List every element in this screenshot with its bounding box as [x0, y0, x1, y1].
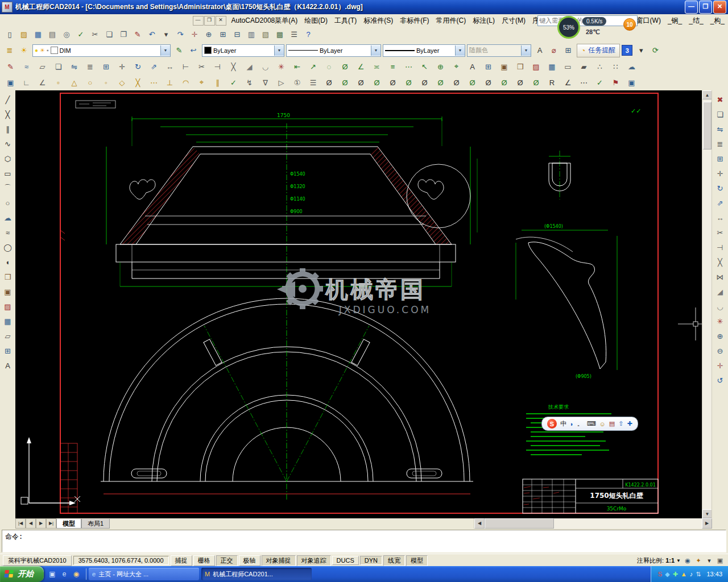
osnap-midpoint-icon[interactable]: △ [67, 76, 82, 89]
status-toggle-button[interactable]: 栅格 [193, 555, 215, 566]
network-tray-icon[interactable]: ⇅ [696, 571, 701, 578]
lineweight-dropdown-arrow-icon[interactable]: ▼ [455, 45, 465, 56]
chain-dim-icon[interactable]: ⋯ [576, 76, 592, 89]
shield-tray-icon[interactable]: ▲ [681, 571, 687, 577]
status-toggle-button[interactable]: 对象捕捉 [262, 555, 296, 566]
layer-combo[interactable]: ● ☀ ▪ DIM ▼ [32, 44, 171, 57]
punctuation-icon[interactable]: 。 [577, 419, 584, 428]
make-block-icon[interactable]: ▣ [497, 60, 512, 73]
linetype-combo[interactable]: ByLayer ▼ [286, 44, 381, 57]
coordinates-readout[interactable]: 3575.6403, 1076.6774, 0.0000 [73, 556, 169, 565]
properties-icon[interactable]: ▥ [245, 28, 258, 41]
quickcalc-icon[interactable]: ☰ [287, 28, 301, 41]
paste-icon[interactable]: ❐ [117, 28, 130, 41]
minimize-button[interactable]: — [685, 1, 698, 14]
status-toggle-button[interactable]: 捕捉 [171, 555, 192, 566]
break-icon[interactable]: ╳ [226, 60, 241, 73]
draw-ellipse-arc-icon[interactable]: ◖ [1, 255, 15, 269]
scroll-up-icon[interactable]: ▲ [702, 90, 712, 99]
balloon-icon[interactable]: ① [289, 76, 305, 89]
copy-icon[interactable]: ❏ [102, 28, 116, 41]
dia-dim-10-icon[interactable]: Ø [465, 76, 480, 89]
task-dropdown-icon[interactable]: ▾ [634, 44, 648, 57]
menu-item[interactable]: 标注(L) [469, 15, 498, 27]
modify-properties-icon[interactable]: ✎ [3, 60, 18, 73]
erase-icon[interactable]: ✖ [713, 93, 727, 106]
region-icon[interactable]: ▰ [576, 60, 592, 73]
tolerance-icon[interactable]: ⊕ [433, 60, 448, 73]
draw-table-icon[interactable]: ⊞ [1, 344, 15, 357]
task-reminder-button[interactable]: ◔ 任务提醒 [577, 44, 620, 57]
dia-dim-7-icon[interactable]: Ø [417, 76, 432, 89]
menu-item[interactable]: _结_ [685, 15, 706, 27]
menu-item[interactable]: 工具(T) [331, 15, 360, 27]
pan-hand-icon[interactable]: ✛ [713, 359, 727, 372]
zoom-window-icon[interactable]: ⊞ [216, 28, 230, 41]
join-icon[interactable]: ⋈ [713, 270, 727, 284]
ortho-icon[interactable]: ∟ [19, 76, 34, 89]
roughness-icon[interactable]: ∇ [258, 76, 273, 89]
layer-manager-icon[interactable]: ≣ [3, 44, 16, 57]
stretch-icon[interactable]: ↔ [162, 60, 177, 73]
plot-icon[interactable]: ▤ [46, 28, 59, 41]
table-style-icon[interactable]: ⊞ [561, 44, 575, 57]
zoom-out-icon[interactable]: ⊖ [713, 344, 727, 357]
menu-item[interactable]: _构_ [707, 15, 728, 27]
dia-dim-4-icon[interactable]: Ø [369, 76, 384, 89]
spelling-icon[interactable]: ✓ [74, 28, 88, 41]
draw-xline-icon[interactable]: ╳ [1, 107, 15, 121]
match-icon[interactable]: ≈ [19, 60, 34, 73]
undo-icon[interactable]: ↶ [145, 28, 159, 41]
linetype-dropdown-arrow-icon[interactable]: ▼ [371, 45, 380, 56]
task-cad[interactable]: M 机械工程师CAD201... [201, 568, 312, 580]
scale-icon[interactable]: ⇗ [713, 196, 727, 210]
maximize-button[interactable]: ❐ [699, 1, 712, 14]
fillet-icon[interactable]: ◡ [713, 300, 727, 313]
keyboard-icon[interactable]: ⌨ [587, 420, 596, 427]
dim-style-icon[interactable]: ⌀ [547, 44, 561, 57]
child-minimize-button[interactable]: — [193, 16, 204, 26]
menu-item[interactable]: 绘图(D) [301, 15, 331, 27]
menu-item[interactable]: 标准件(S) [360, 15, 396, 27]
menu-item[interactable]: _钢_ [664, 15, 685, 27]
point-style-icon[interactable]: ∷ [608, 60, 623, 73]
osnap-intersection-icon[interactable]: ╳ [130, 76, 146, 89]
status-toggle-button[interactable]: 极轴 [239, 555, 260, 566]
draw-mline-icon[interactable]: ∥ [1, 122, 15, 136]
end-tool-icon[interactable]: ▣ [624, 76, 639, 89]
orbit-icon[interactable]: ↺ [713, 373, 727, 387]
clean-screen-icon[interactable]: ▣ [715, 557, 725, 564]
mirror-icon[interactable]: ⇋ [713, 122, 727, 136]
start-button[interactable]: 开始 [0, 566, 44, 582]
text-icon[interactable]: A [465, 60, 480, 73]
dia-dim-12-icon[interactable]: Ø [497, 76, 512, 89]
ie-icon[interactable]: e [59, 569, 69, 579]
datum-icon[interactable]: ▷ [274, 76, 289, 89]
cut-icon[interactable]: ✂ [88, 28, 102, 41]
osnap-node-icon[interactable]: ◦ [98, 76, 114, 89]
status-toggle-button[interactable]: DUCS [332, 556, 359, 565]
scale-icon[interactable]: ⇗ [146, 60, 162, 73]
layout-tab[interactable]: 布局1 [81, 519, 110, 529]
mirror-icon[interactable]: ⇋ [67, 60, 82, 73]
zoom-realtime-icon[interactable]: ⊕ [202, 28, 216, 41]
layer-previous-icon[interactable]: ↩ [187, 44, 200, 57]
halfwidth-icon[interactable]: ◗ [570, 421, 574, 427]
dia-dim-3-icon[interactable]: Ø [353, 76, 369, 89]
clock[interactable]: 13:43 [706, 571, 722, 577]
draft-settings-icon[interactable]: ▣ [3, 76, 18, 89]
quick-dim-icon[interactable]: ≍ [369, 60, 384, 73]
color-combo[interactable]: ByLayer ▼ [202, 44, 284, 57]
move-icon[interactable]: ✛ [114, 60, 130, 73]
draw-polygon-icon[interactable]: ⬡ [1, 152, 15, 165]
lineweight-combo[interactable]: ByLayer ▼ [383, 44, 465, 57]
annotation-visibility-icon[interactable]: ◉ [682, 557, 693, 564]
draw-rectangle-icon[interactable]: ▭ [1, 167, 15, 180]
draw-line-icon[interactable]: ╱ [1, 93, 15, 106]
color-dropdown-arrow-icon[interactable]: ▼ [274, 45, 284, 56]
scroll-left-icon[interactable]: ◀ [474, 518, 485, 529]
pan-icon[interactable]: ✛ [188, 28, 201, 41]
lengthen-icon[interactable]: ⊢ [178, 60, 193, 73]
horizontal-scrollbar[interactable]: ◀ ▶ [474, 518, 712, 529]
dim-continue-icon[interactable]: ⋯ [401, 60, 416, 73]
